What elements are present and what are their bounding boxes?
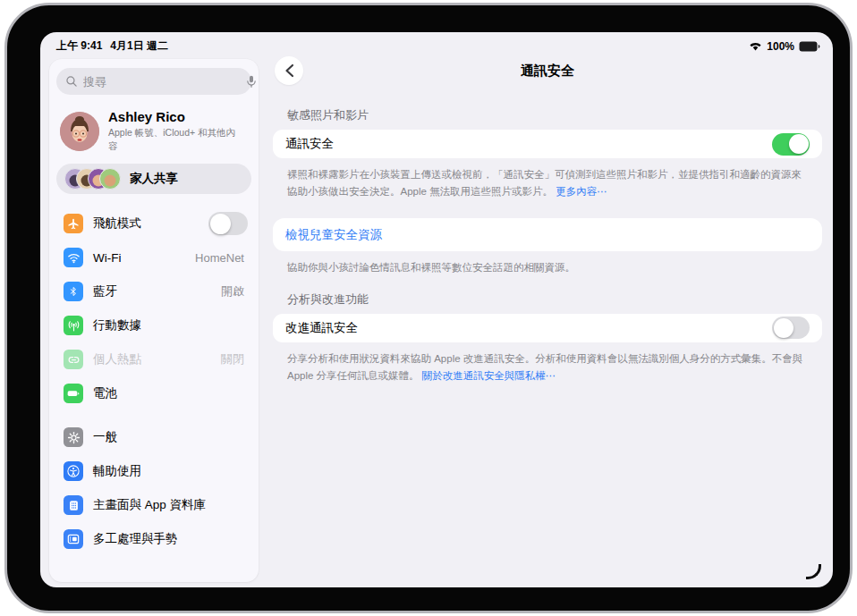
profile-row[interactable]: Ashley Rico Apple 帳號、iCloud+ 和其他內容: [60, 109, 248, 153]
about-privacy-link[interactable]: 關於改進通訊安全與隱私權⋯: [422, 370, 556, 381]
sidebar-item-multitasking[interactable]: 多工處理與手勢: [56, 522, 251, 556]
accessibility-icon: [64, 461, 83, 481]
ipad-screenshot: 上午 9:41 4月1日 週二 100%: [0, 0, 857, 616]
sidebar-item-general[interactable]: 一般: [56, 420, 251, 454]
section-header-sensitive: 敏感照片和影片: [287, 107, 808, 123]
profile-name: Ashley Rico: [108, 109, 242, 124]
family-sharing-row[interactable]: 家人共享: [56, 164, 251, 194]
hotspot-icon: [64, 350, 83, 369]
airplane-icon: [64, 214, 83, 233]
profile-subtitle: Apple 帳號、iCloud+ 和其他內容: [108, 126, 242, 153]
family-avatars: [64, 168, 121, 190]
battery-icon: [64, 384, 83, 403]
mic-icon[interactable]: [246, 75, 257, 89]
bluetooth-icon: [64, 282, 83, 301]
communication-safety-toggle[interactable]: [772, 133, 810, 156]
sidebar-item-cellular[interactable]: 行動數據: [56, 308, 251, 342]
section-header-analytics: 分析與改進功能: [287, 291, 808, 308]
settings-sidebar: Ashley Rico Apple 帳號、iCloud+ 和其他內容 家人共享: [49, 59, 259, 582]
sidebar-item-battery[interactable]: 電池: [56, 376, 251, 410]
analytics-footnote: 分享分析和使用狀況資料來協助 Apple 改進通訊安全。分析和使用資料會以無法識…: [287, 350, 808, 384]
view-child-safety-resources-button[interactable]: 檢視兒童安全資源: [273, 218, 822, 251]
chevron-left-icon: [284, 63, 295, 78]
improve-communication-safety-toggle[interactable]: [772, 316, 810, 339]
sidebar-item-wifi[interactable]: Wi-Fi HomeNet: [56, 240, 251, 274]
communication-safety-page: 通訊安全 敏感照片和影片 通訊安全 裸照和裸露影片在小孩裝置上傳送或檢視前，「通…: [259, 32, 833, 587]
search-icon: [65, 75, 78, 88]
device-bezel: 上午 9:41 4月1日 週二 100%: [4, 3, 853, 613]
sidebar-list: 飛航模式 Wi-Fi HomeNet 藍牙: [49, 207, 259, 556]
learn-more-link[interactable]: 更多內容⋯: [556, 186, 607, 197]
homescreen-icon: [64, 495, 83, 515]
search-field[interactable]: [56, 68, 251, 95]
wifi-icon: [64, 248, 83, 267]
page-title: 通訊安全: [273, 56, 822, 85]
sidebar-item-hotspot[interactable]: 個人熱點 關閉: [56, 342, 251, 376]
avatar: [60, 112, 99, 151]
sidebar-item-bluetooth[interactable]: 藍牙 開啟: [56, 274, 251, 308]
sidebar-item-airplane-mode[interactable]: 飛航模式: [56, 207, 251, 240]
screen: 上午 9:41 4月1日 週二 100%: [40, 32, 833, 587]
gear-icon: [64, 427, 83, 447]
communication-safety-row: 通訊安全: [273, 130, 822, 158]
nav-bar: 通訊安全: [273, 56, 822, 85]
sidebar-group-divider: [56, 410, 251, 420]
status-date: 4月1日 週二: [110, 38, 168, 54]
status-time: 上午 9:41: [56, 38, 102, 54]
back-button[interactable]: [275, 56, 303, 85]
wifi-value: HomeNet: [195, 251, 248, 265]
multitask-icon: [64, 529, 83, 549]
hotspot-value: 關閉: [221, 351, 248, 367]
improve-communication-safety-row: 改進通訊安全: [273, 314, 822, 342]
resources-footnote: 協助你與小孩討論色情訊息和裸照等數位安全話題的相關資源。: [287, 259, 808, 276]
search-input[interactable]: [83, 75, 241, 89]
communication-safety-footnote: 裸照和裸露影片在小孩裝置上傳送或檢視前，「通訊安全」可偵測到這些照片和影片，並提…: [287, 166, 808, 199]
sidebar-item-accessibility[interactable]: 輔助使用: [56, 454, 251, 488]
family-sharing-label: 家人共享: [130, 171, 178, 187]
sidebar-item-home-screen[interactable]: 主畫面與 App 資料庫: [56, 488, 251, 522]
cellular-icon: [64, 316, 83, 335]
bluetooth-value: 開啟: [221, 283, 248, 300]
airplane-mode-toggle[interactable]: [208, 212, 248, 235]
